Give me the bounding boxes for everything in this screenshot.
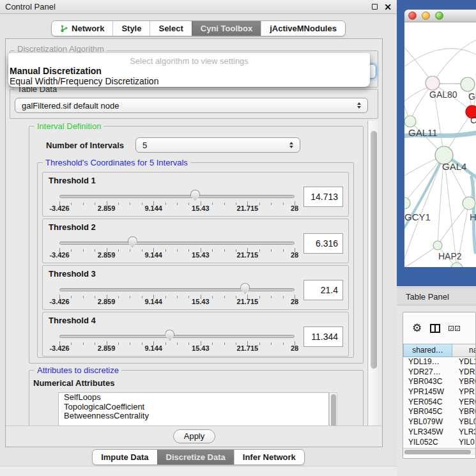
slider-tick-label: -3.426: [49, 204, 69, 212]
network-node[interactable]: [451, 263, 463, 267]
threshold-panel: Threshold 2-3.4262.8599.14415.4321.71528…: [42, 219, 349, 263]
mac-zoom-button[interactable]: [435, 12, 443, 20]
network-node[interactable]: [426, 76, 440, 90]
cell-name[interactable]: YER0: [452, 397, 476, 408]
slider-track[interactable]: [59, 242, 295, 245]
settings-scrollbar-track[interactable]: [369, 121, 378, 426]
cell-shared-name[interactable]: YER054C: [403, 397, 452, 408]
tab-select[interactable]: Select: [150, 21, 191, 36]
popup-item-manual-discretization[interactable]: Manual Discretization: [10, 66, 102, 76]
close-icon[interactable]: ✕: [384, 3, 392, 12]
cell-name[interactable]: YPR1: [452, 387, 476, 397]
cell-shared-name[interactable]: YBR043C: [403, 377, 452, 387]
tab-infer-network[interactable]: Infer Network: [234, 450, 304, 464]
slider-tick-label: 28: [291, 251, 298, 259]
slider-track[interactable]: [59, 335, 295, 338]
table-row[interactable]: YLR345WYLR3: [403, 427, 476, 438]
cell-name[interactable]: YDR2: [452, 367, 476, 378]
attribute-list-item[interactable]: SelfLoops: [59, 393, 328, 403]
slider-handle[interactable]: [190, 190, 200, 201]
control-panel-titlebar: Control Panel ✕: [0, 0, 397, 14]
apply-button[interactable]: Apply: [173, 429, 215, 443]
cell-shared-name[interactable]: YIL052C: [403, 438, 452, 448]
table-row[interactable]: YBL079WYBL0: [403, 417, 476, 427]
threshold-label: Threshold 1: [49, 176, 96, 185]
algorithm-dropdown-popup: Select algorithm to view settings Manual…: [8, 53, 370, 87]
table-row[interactable]: YIL052CYIL0: [403, 438, 476, 448]
cell-shared-name[interactable]: YPR145W: [403, 387, 452, 397]
tab-network[interactable]: Network: [52, 21, 112, 36]
slider-tick: [130, 249, 130, 252]
threshold-panel: Threshold 4-3.4262.8599.14415.4321.71528…: [42, 312, 349, 357]
threshold-value-field[interactable]: 21.4: [303, 280, 343, 300]
slider-track[interactable]: [59, 195, 295, 198]
slider-tick: [142, 342, 142, 345]
slider-track[interactable]: [59, 288, 295, 291]
tab-jactivemnodules[interactable]: jActiveMNodules: [261, 21, 345, 36]
mac-minimize-button[interactable]: [422, 12, 430, 20]
attribute-list-item[interactable]: TopologicalCoefficient: [59, 403, 328, 412]
column-header-shared-name[interactable]: shared…: [403, 344, 452, 357]
table-row[interactable]: YDR27…YDR2: [403, 367, 476, 378]
network-canvas[interactable]: GAL80G.CGAL11GAL4GCY1HHAP2: [404, 22, 476, 267]
cell-name[interactable]: YBL0: [452, 417, 476, 427]
tab-cyni-toolbox[interactable]: Cyni Toolbox: [192, 21, 261, 36]
table-row[interactable]: YDL19…YDL1: [403, 357, 476, 367]
network-node[interactable]: [404, 197, 410, 209]
bottom-strip: [0, 466, 397, 476]
table-hscrollbar-thumb[interactable]: [404, 450, 471, 454]
network-node[interactable]: [463, 197, 475, 210]
split-view-icon[interactable]: [430, 324, 440, 333]
cell-shared-name[interactable]: YBL079W: [403, 417, 452, 427]
cell-name[interactable]: YIL0: [452, 438, 476, 448]
threshold-value-field[interactable]: 11.344: [303, 326, 343, 347]
slider-tick: [130, 203, 130, 205]
table-row[interactable]: YBR045CYBR0: [403, 407, 476, 417]
number-of-intervals-spinner[interactable]: 5: [135, 137, 300, 153]
slider-tick-label: 2.859: [98, 298, 116, 305]
slider-tick: [212, 296, 213, 298]
cell-shared-name[interactable]: YDR27…: [403, 367, 452, 378]
cell-name[interactable]: YBR0: [452, 407, 476, 417]
table-data-combo-value: galFiltered.sif default node: [22, 101, 119, 111]
threshold-value-field[interactable]: 14.713: [303, 187, 343, 207]
column-header-name[interactable]: na: [452, 344, 476, 357]
tab-style[interactable]: Style: [112, 21, 150, 36]
table-row[interactable]: YER054CYER0: [403, 397, 476, 408]
attributes-list-scrollbar[interactable]: [329, 392, 337, 426]
slider-tick: [283, 296, 284, 298]
table-row[interactable]: YPR145WYPR1: [403, 387, 476, 397]
network-window-titlebar[interactable]: [404, 10, 476, 22]
tab-impute-data[interactable]: Impute Data: [93, 450, 157, 464]
settings-scrollbar-thumb[interactable]: [371, 131, 377, 369]
slider-tick: [130, 342, 130, 345]
threshold-panel-stack: Threshold 1-3.4262.8599.14415.4321.71528…: [42, 172, 349, 357]
cell-shared-name[interactable]: YLR345W: [403, 427, 452, 438]
numerical-attributes-list[interactable]: SelfLoopsTopologicalCoefficientBetweenne…: [58, 392, 329, 426]
cell-name[interactable]: YLR3: [452, 427, 476, 438]
cell-shared-name[interactable]: YBR045C: [403, 407, 452, 417]
network-node[interactable]: [461, 77, 475, 91]
slider-tick: [142, 296, 142, 298]
slider-handle[interactable]: [165, 330, 174, 341]
slider-tick: [118, 296, 119, 298]
tab-discretize-data[interactable]: Discretize Data: [157, 450, 234, 464]
table-row[interactable]: YBR043CYBR0: [403, 377, 476, 387]
popup-item-equal-width-frequency[interactable]: Equal Width/Frequency Discretization: [10, 76, 158, 86]
mac-close-button[interactable]: [408, 12, 417, 20]
column-checkbox-icons[interactable]: ✓✓: [449, 326, 460, 331]
threshold-value-field[interactable]: 6.316: [303, 233, 343, 254]
cell-name[interactable]: YBR0: [452, 377, 476, 387]
attribute-list-item[interactable]: BetweennessCentrality: [59, 411, 328, 421]
cell-name[interactable]: YDL1: [452, 357, 476, 367]
gear-icon[interactable]: ⚙: [412, 323, 422, 334]
slider-handle[interactable]: [128, 236, 137, 247]
table-data-combo[interactable]: galFiltered.sif default node: [15, 98, 368, 113]
network-node[interactable]: [404, 116, 416, 127]
slider-handle[interactable]: [240, 283, 250, 294]
table-hscrollbar-track[interactable]: [403, 448, 475, 455]
float-window-icon[interactable]: [372, 4, 378, 10]
cell-shared-name[interactable]: YDL19…: [403, 357, 452, 367]
network-node[interactable]: [433, 241, 442, 250]
slider-tick: [283, 249, 284, 252]
